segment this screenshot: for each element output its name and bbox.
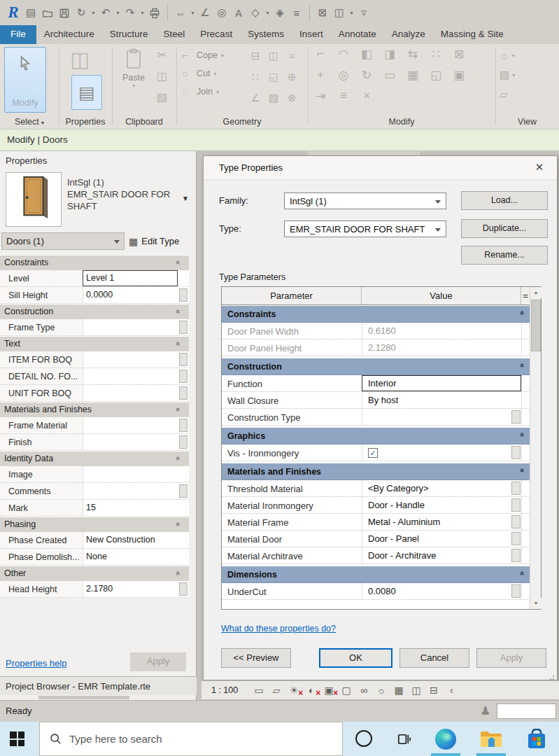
trim-extend-icon[interactable]: ▭ [383,68,397,83]
type-dropdown[interactable]: EMR_STAIR DOOR FOR SHAFT [284,220,446,237]
apply-button-disabled[interactable]: Apply [476,648,546,668]
isolate-button[interactable]: ▱ [500,88,515,101]
redo-caret-icon[interactable]: ▾ [139,10,146,16]
remove-paint-icon[interactable]: ▨ [264,92,283,104]
cortana-icon[interactable] [355,730,372,747]
delete-icon[interactable]: × [360,89,374,104]
table-scrollbar[interactable]: ▲ ▼ [530,287,541,609]
detail-level-icon[interactable]: ▭ [253,685,265,696]
scrollbar-thumb[interactable] [38,696,129,699]
parameter-section-header[interactable]: Dimensions« [222,566,530,583]
switch-windows-icon[interactable]: ◫ [331,6,348,19]
associate-parameter-button[interactable] [179,419,187,432]
parameter-value[interactable]: Door - Handle [362,497,521,513]
search-input[interactable] [69,733,300,745]
task-view-icon[interactable] [396,731,412,749]
sync-with-central-icon[interactable]: ↻ [73,6,90,19]
scale-grid-icon[interactable]: ▦ [406,68,420,83]
edge-browser-icon[interactable] [435,729,456,750]
associate-parameter-button[interactable] [179,353,187,366]
collapse-icon[interactable]: « [519,311,526,315]
undo-caret-icon[interactable]: ▾ [114,10,122,16]
collapse-icon[interactable]: « [175,309,182,314]
graphic-display-options-button[interactable]: ▨▾ [500,69,515,81]
switch-windows-caret-icon[interactable]: ▾ [348,10,355,16]
select-panel-label[interactable]: Select ▾ [0,117,59,127]
property-value[interactable] [83,368,178,384]
tab-analyze[interactable]: Analyze [384,25,433,44]
properties-window-icon[interactable]: ▤ [22,6,39,19]
rotate-icon[interactable]: ↻ [360,68,374,83]
parameter-value[interactable]: Metal - Aluminium [362,514,521,530]
cancel-button[interactable]: Cancel [399,648,469,668]
paint-icon[interactable]: ◱ [264,71,283,83]
parameter-value[interactable]: <By Category> [362,480,521,496]
property-value[interactable] [83,466,178,482]
split-element-icon[interactable]: ⊗ [283,92,301,104]
measure-icon[interactable]: ⇔ [172,7,189,19]
close-icon[interactable]: ✕ [532,161,547,174]
close-inactive-windows-icon[interactable]: ⊠ [314,6,331,19]
revit-logo-icon[interactable]: R [4,4,22,22]
associate-parameter-button[interactable] [179,321,187,334]
property-group-header[interactable]: Materials and Finishes« [0,402,189,417]
show-crop-region-icon[interactable]: ▢ [340,685,353,696]
tab-massing-site[interactable]: Massing & Site [433,25,511,44]
scale-icon[interactable]: ◱ [429,68,443,83]
parameter-value[interactable]: Interior [362,375,521,391]
properties-help-link[interactable]: What do these properties do? [221,624,336,634]
family-dropdown[interactable]: IntSgl (1) [284,192,446,209]
collapse-icon[interactable]: « [175,522,182,526]
aligned-dimension-icon[interactable]: ∠ [197,6,213,19]
properties-palette-button[interactable]: ▤ [71,75,102,110]
edit-type-button[interactable]: ▦ Edit Type [129,232,179,250]
wall-joins-icon[interactable]: ◫ [264,50,283,62]
collapse-icon[interactable]: « [175,342,182,346]
collapse-icon[interactable]: « [175,260,182,265]
resize-grip[interactable] [553,676,554,677]
parameter-section-header[interactable]: Constraints« [222,306,530,323]
move-icon[interactable]: + [313,68,327,83]
project-browser-bar[interactable]: Project Browser - EMR Template.rte [0,676,197,695]
collapse-icon[interactable]: « [175,456,182,461]
join-button[interactable]: ◌Join▾ [182,86,224,97]
ok-button[interactable]: OK [319,648,392,668]
editing-requests-box[interactable] [497,704,556,719]
load-button[interactable]: Load... [461,191,548,210]
tab-systems[interactable]: Systems [240,25,292,44]
parameter-value[interactable]: 2.1280 [362,340,521,356]
paste-button[interactable]: Paste ▾ [118,48,150,89]
duplicate-button[interactable]: Duplicate... [461,219,548,238]
apply-button-disabled[interactable]: Apply [130,652,186,671]
section-icon[interactable]: ◈ [271,6,288,19]
property-value[interactable] [83,351,178,368]
family-types-icon[interactable]: ◫ [70,47,90,71]
fillet-icon[interactable]: ◠ [337,47,351,62]
preview-button[interactable]: << Preview [221,648,291,668]
parameter-section-header[interactable]: Construction« [222,358,530,375]
modify-tool-button[interactable]: Modify [4,47,46,113]
sun-path-off-icon[interactable]: ☀× [288,685,300,696]
crop-view-off-icon[interactable]: ▣× [323,685,335,696]
mirror-draw-axis-icon[interactable]: ◨ [383,47,397,62]
unjoin-icon[interactable]: ≈ [283,50,301,62]
split-face-icon[interactable]: ∷ [246,71,264,83]
sync-with-central-caret-icon[interactable]: ▾ [90,10,97,16]
type-preview-thumbnail[interactable] [6,172,62,227]
associate-parameter-button[interactable] [179,370,187,383]
scroll-up-icon[interactable]: ▲ [530,287,542,298]
associate-parameter-button[interactable] [179,288,187,302]
collapse-icon[interactable]: « [519,433,526,437]
property-value[interactable] [83,319,178,335]
property-group-header[interactable]: Constraints« [0,255,189,270]
match-type-properties-icon[interactable]: ▨ [157,90,167,104]
add-point-icon[interactable]: ⊕ [283,71,301,83]
parameter-value[interactable]: Door - Panel [362,531,521,547]
cope-button[interactable]: ⌐Cope▾ [182,50,224,61]
open-file-icon[interactable] [39,6,56,19]
copy-multiple-icon[interactable]: ∷ [429,47,443,62]
property-group-header[interactable]: Text« [0,336,189,351]
parameter-value[interactable]: ✓ [362,444,521,461]
parameter-value[interactable]: 0.0080 [362,583,521,599]
demolish-icon[interactable]: ∠ [246,92,264,104]
